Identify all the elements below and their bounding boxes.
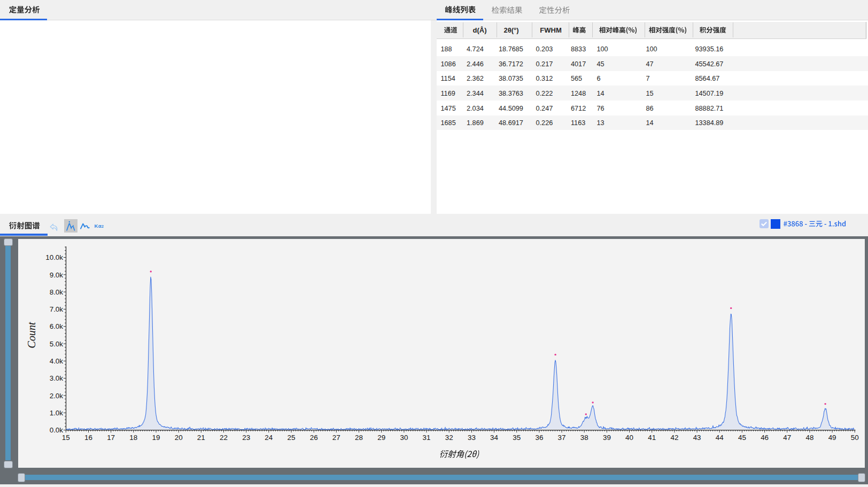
svg-text:5.0k: 5.0k bbox=[50, 340, 64, 348]
svg-text:1.0k: 1.0k bbox=[50, 409, 64, 417]
svg-text:24: 24 bbox=[265, 434, 273, 442]
svg-text:48: 48 bbox=[805, 434, 813, 442]
svg-text:27: 27 bbox=[332, 434, 340, 442]
svg-text:34: 34 bbox=[490, 434, 498, 442]
svg-text:15: 15 bbox=[62, 434, 70, 442]
svg-text:32: 32 bbox=[445, 434, 453, 442]
svg-text:28: 28 bbox=[355, 434, 363, 442]
svg-text:20: 20 bbox=[175, 434, 183, 442]
svg-text:38: 38 bbox=[580, 434, 588, 442]
svg-text:7.0k: 7.0k bbox=[50, 305, 64, 313]
svg-text:37: 37 bbox=[558, 434, 566, 442]
svg-text:45: 45 bbox=[738, 434, 746, 442]
svg-text:4.0k: 4.0k bbox=[50, 357, 64, 365]
svg-text:26: 26 bbox=[310, 434, 318, 442]
svg-text:19: 19 bbox=[152, 434, 160, 442]
svg-text:47: 47 bbox=[783, 434, 791, 442]
svg-text:0.0k: 0.0k bbox=[50, 426, 64, 434]
svg-text:23: 23 bbox=[242, 434, 250, 442]
svg-text:43: 43 bbox=[693, 434, 701, 442]
svg-text:49: 49 bbox=[828, 434, 836, 442]
svg-text:40: 40 bbox=[625, 434, 633, 442]
svg-text:46: 46 bbox=[761, 434, 769, 442]
svg-text:42: 42 bbox=[670, 434, 678, 442]
svg-text:18: 18 bbox=[129, 434, 137, 442]
svg-text:6.0k: 6.0k bbox=[50, 322, 64, 330]
svg-text:22: 22 bbox=[220, 434, 228, 442]
svg-text:44: 44 bbox=[716, 434, 724, 442]
svg-text:33: 33 bbox=[468, 434, 476, 442]
svg-text:Count: Count bbox=[26, 322, 37, 348]
svg-text:31: 31 bbox=[423, 434, 431, 442]
svg-text:35: 35 bbox=[513, 434, 521, 442]
svg-text:36: 36 bbox=[535, 434, 543, 442]
svg-text:29: 29 bbox=[377, 434, 385, 442]
svg-text:50: 50 bbox=[851, 434, 859, 442]
svg-text:8.0k: 8.0k bbox=[50, 288, 64, 296]
svg-text:39: 39 bbox=[603, 434, 611, 442]
svg-text:30: 30 bbox=[400, 434, 408, 442]
svg-text:21: 21 bbox=[197, 434, 205, 442]
svg-text:16: 16 bbox=[84, 434, 92, 442]
svg-text:17: 17 bbox=[107, 434, 115, 442]
svg-text:25: 25 bbox=[288, 434, 296, 442]
svg-text:2.0k: 2.0k bbox=[50, 392, 64, 400]
svg-text:10.0k: 10.0k bbox=[45, 253, 63, 261]
svg-text:3.0k: 3.0k bbox=[50, 374, 64, 382]
svg-text:9.0k: 9.0k bbox=[50, 271, 64, 279]
svg-text:41: 41 bbox=[648, 434, 656, 442]
